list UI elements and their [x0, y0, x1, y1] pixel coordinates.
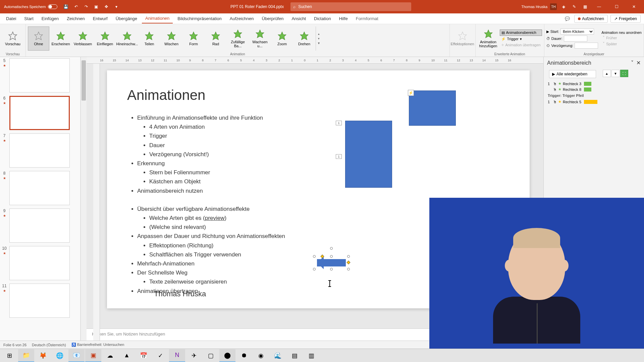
- anim-hineinschw...[interactable]: Hineinschw...: [116, 26, 138, 51]
- anim-wachsen u...[interactable]: Wachsen u...: [249, 26, 271, 51]
- anim-ohne[interactable]: Ohne: [28, 26, 49, 51]
- redo-icon[interactable]: ↷: [82, 3, 90, 11]
- menu-hilfe[interactable]: Hilfe: [336, 14, 351, 23]
- anim-zufällige ba...[interactable]: Zufällige Ba...: [227, 26, 249, 51]
- menu-ueberpruefen[interactable]: Überprüfen: [258, 14, 287, 23]
- edge-icon[interactable]: 🌊: [270, 349, 286, 362]
- anim-tag-1[interactable]: 1: [336, 121, 342, 125]
- play-all-button[interactable]: ▶ Alle wiedergeben: [549, 70, 596, 78]
- app-icon-5[interactable]: ▥: [303, 349, 319, 362]
- draw-icon[interactable]: ✎: [570, 3, 578, 11]
- move-down-button[interactable]: ▼: [611, 70, 620, 77]
- shape-rectangle-1[interactable]: [409, 90, 456, 126]
- selection-handle[interactable]: [313, 255, 316, 258]
- search-input[interactable]: [298, 4, 409, 9]
- user-name[interactable]: Thomas Hruska: [521, 5, 547, 9]
- app-icon[interactable]: ☁: [102, 349, 118, 362]
- anim-item[interactable]: 1🖱★Rechteck 3: [546, 81, 641, 86]
- obs-icon[interactable]: ⬤: [219, 349, 235, 362]
- anim-verblassen[interactable]: Verblassen: [72, 26, 94, 51]
- menu-bildschirm[interactable]: Bildschirmpräsentation: [174, 14, 225, 23]
- search-box[interactable]: ⌕: [290, 2, 411, 11]
- minimize-button[interactable]: —: [592, 1, 606, 12]
- undo-icon[interactable]: ↶: [72, 3, 80, 11]
- onenote-icon[interactable]: N: [169, 349, 185, 362]
- anim-rad[interactable]: Rad: [205, 26, 226, 51]
- anim-form[interactable]: Form: [183, 26, 204, 51]
- menu-aufzeichnen[interactable]: Aufzeichnen: [226, 14, 257, 23]
- qat-more-icon[interactable]: ▾: [112, 3, 120, 11]
- anim-tag-2[interactable]: 1: [336, 154, 342, 159]
- menu-einfuegen[interactable]: Einfügen: [38, 14, 62, 23]
- rotate-handle[interactable]: [330, 247, 333, 250]
- trigger-icon[interactable]: ⚡: [408, 90, 414, 96]
- slide-thumbnail-11[interactable]: [9, 284, 70, 318]
- status-accessibility[interactable]: ♿ Barrierefreiheit: Untersuchen: [71, 343, 124, 347]
- app-icon-2[interactable]: ▢: [203, 349, 219, 362]
- record-button[interactable]: Aufzeichnen: [574, 15, 608, 23]
- slide-thumbnail-5[interactable]: [9, 58, 70, 93]
- scroll-thumb[interactable]: [82, 60, 86, 101]
- menu-formformat[interactable]: Formformat: [353, 14, 382, 23]
- animation-pane-button[interactable]: ▤ Animationsbereich: [500, 29, 542, 36]
- mode-icon[interactable]: ▦: [581, 3, 589, 11]
- start-button[interactable]: ⊞: [1, 349, 17, 362]
- todoist-icon[interactable]: ✓: [152, 349, 168, 362]
- comments-icon[interactable]: 💬: [564, 15, 572, 23]
- sync-icon[interactable]: ◈: [559, 3, 568, 11]
- preview-link[interactable]: preview: [205, 215, 225, 221]
- expand-button[interactable]: ⛶: [620, 70, 628, 77]
- trigger-button[interactable]: ⚡ Trigger ▾: [500, 36, 542, 42]
- menu-datei[interactable]: Datei: [3, 14, 19, 23]
- status-language[interactable]: Deutsch (Österreich): [32, 343, 66, 347]
- slide-thumbnail-6[interactable]: [9, 96, 70, 130]
- powerpoint-icon[interactable]: ▣: [85, 349, 101, 362]
- selection-handle[interactable]: [347, 268, 350, 270]
- status-slide[interactable]: Folie 6 von 26: [3, 343, 26, 347]
- anim-einfliegen[interactable]: Einfliegen: [94, 26, 116, 51]
- menu-animationen[interactable]: Animationen: [142, 14, 173, 23]
- preview-button[interactable]: Vorschau: [2, 26, 23, 51]
- anim-item[interactable]: 🖱★Rechteck 8: [546, 86, 641, 92]
- slide-thumbnail-9[interactable]: [9, 208, 70, 243]
- present-icon[interactable]: ▣: [92, 3, 100, 11]
- selection-handle[interactable]: [313, 268, 316, 270]
- filename[interactable]: PPT 01 Roter Faden 004.pptx: [230, 4, 284, 9]
- slide-thumbnail-8[interactable]: [9, 171, 70, 205]
- menu-entwurf[interactable]: Entwurf: [90, 14, 111, 23]
- menu-start[interactable]: Start: [21, 14, 37, 23]
- selection-handle[interactable]: [330, 255, 333, 258]
- user-avatar[interactable]: TH: [550, 3, 557, 10]
- selection-handle[interactable]: [347, 255, 350, 258]
- anim-teilen[interactable]: Teilen: [139, 26, 160, 51]
- gallery-more-button[interactable]: ▴▾▼: [316, 26, 322, 51]
- app-icon-3[interactable]: ◉: [253, 349, 269, 362]
- save-icon[interactable]: 💾: [62, 3, 70, 11]
- anim-zoom[interactable]: Zoom: [271, 26, 293, 51]
- explorer-icon[interactable]: 📁: [18, 349, 34, 362]
- menu-ansicht[interactable]: Ansicht: [288, 14, 309, 23]
- duration-input[interactable]: [564, 36, 587, 42]
- record-icon[interactable]: ⏺: [236, 349, 252, 362]
- anim-item[interactable]: 1🖱★Rechteck 5: [546, 99, 641, 105]
- slide-thumbnail-7[interactable]: [9, 133, 70, 168]
- anim-erscheinen[interactable]: Erscheinen: [50, 26, 71, 51]
- vlc-icon[interactable]: ▲: [119, 349, 135, 362]
- share-button[interactable]: ↗Freigeben: [610, 15, 641, 23]
- autosave-toggle[interactable]: Automatisches Speichern: [1, 4, 60, 9]
- menu-dictation[interactable]: Dictation: [311, 14, 334, 23]
- thumbs-scrollbar[interactable]: [80, 57, 87, 341]
- firefox-icon[interactable]: 🦊: [35, 349, 51, 362]
- maximize-button[interactable]: ☐: [609, 1, 624, 12]
- slide-thumbnail-10[interactable]: [9, 246, 70, 280]
- anim-drehen[interactable]: Drehen: [293, 26, 315, 51]
- anim-wischen[interactable]: Wischen: [161, 26, 182, 51]
- outlook-icon[interactable]: 📧: [68, 349, 85, 362]
- close-button[interactable]: ✕: [627, 1, 641, 12]
- app-icon-4[interactable]: ▤: [286, 349, 303, 362]
- add-animation-button[interactable]: Animation hinzufügen: [478, 26, 499, 51]
- shape-rectangle-2[interactable]: [345, 121, 392, 188]
- selection-handle[interactable]: [330, 268, 333, 270]
- toggle-icon[interactable]: [48, 4, 57, 9]
- menu-uebergaenge[interactable]: Übergänge: [112, 14, 141, 23]
